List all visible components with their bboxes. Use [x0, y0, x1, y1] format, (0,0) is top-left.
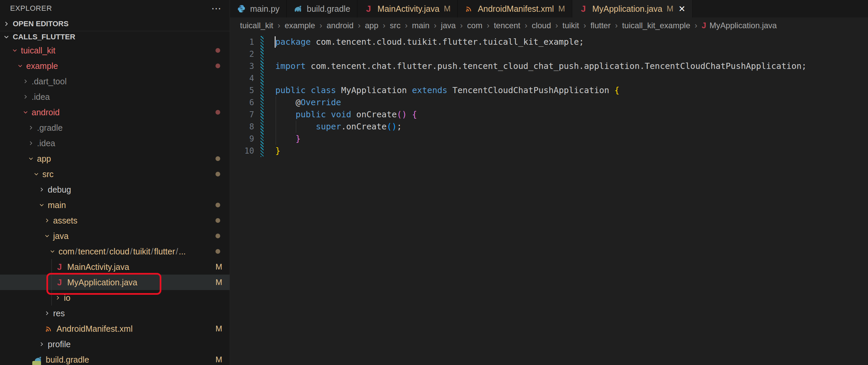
tab-AndroidManifest.xml[interactable]: AndroidManifest.xmlM [458, 0, 572, 18]
chevron-right-icon[interactable] [28, 140, 34, 147]
section-open-editors[interactable]: OPEN EDITORS [0, 17, 229, 31]
tab-MyApplication.java[interactable]: JMyApplication.javaM✕ [572, 0, 692, 18]
decoration-dot [216, 249, 220, 254]
xml-icon [464, 4, 473, 13]
code-token: import [275, 61, 306, 71]
modified-badge: M [216, 259, 222, 275]
tree-item-io[interactable]: io [0, 290, 229, 305]
tree-item-.gradle[interactable]: .gradle [0, 120, 229, 135]
code-line[interactable]: 1package com.tencent.cloud.tuikit.flutte… [230, 36, 868, 48]
close-icon[interactable]: ✕ [678, 4, 685, 14]
tab-label: build.gradle [307, 4, 350, 14]
code-line[interactable]: 8 super.onCreate(); [230, 121, 868, 133]
chevron-down-icon[interactable] [49, 248, 56, 255]
code-line[interactable]: 2 [230, 48, 868, 60]
path-separator: / [175, 247, 179, 256]
tree-item-src[interactable]: src [0, 166, 229, 182]
tab-build.gradle[interactable]: build.gradle [287, 0, 358, 18]
code-token: } [296, 134, 301, 144]
breadcrumb-item[interactable]: tuicall_kit [240, 21, 273, 30]
tree-item-.idea[interactable]: .idea [0, 135, 229, 151]
code-line[interactable]: 6 @Override [230, 96, 868, 109]
code-line-text[interactable]: @Override [275, 96, 341, 109]
breadcrumb-item[interactable]: android [327, 21, 353, 30]
breadcrumb-separator: › [460, 21, 463, 30]
code-line-text[interactable]: } [275, 133, 301, 145]
tree-item-label: tuicall_kit [21, 43, 56, 58]
tree-item-example[interactable]: example [0, 58, 229, 73]
code-line-text[interactable]: super.onCreate(); [275, 121, 402, 133]
chevron-down-icon[interactable] [17, 62, 24, 69]
line-number: 10 [230, 145, 254, 157]
code-line[interactable]: 5public class MyApplication extends Tenc… [230, 84, 868, 96]
more-actions-icon[interactable]: ⋯ [211, 5, 221, 12]
chevron-down-icon[interactable] [38, 202, 45, 208]
chevron-right-icon[interactable] [44, 217, 51, 224]
breadcrumb: tuicall_kit›example›android›app›src›main… [230, 18, 868, 34]
tree-item-tuicall_kit[interactable]: tuicall_kit [0, 43, 229, 58]
code-line[interactable]: 7 public void onCreate() { [230, 109, 868, 121]
chevron-down-icon[interactable] [22, 109, 29, 116]
tree-item-main[interactable]: main [0, 197, 229, 213]
tab-main.py[interactable]: main.py [230, 0, 287, 18]
breadcrumb-item[interactable]: cloud [532, 21, 551, 30]
breadcrumb-item[interactable]: example [285, 21, 315, 30]
line-number: 6 [230, 96, 254, 109]
chevron-down-icon[interactable] [28, 155, 34, 162]
breadcrumb-file[interactable]: JMyApplication.java [702, 21, 777, 30]
tree-item-MyApplication.java[interactable]: JMyApplication.javaM [0, 275, 229, 290]
breadcrumb-item[interactable]: com [467, 21, 483, 30]
code-line-text[interactable]: public void onCreate() { [275, 109, 417, 121]
tree-item-profile[interactable]: profile [0, 336, 229, 352]
tree-item-AndroidManifest.xml[interactable]: AndroidManifest.xmlM [0, 321, 229, 336]
line-number: 9 [230, 133, 254, 145]
code-line-text[interactable]: public class MyApplication extends Tence… [275, 84, 620, 96]
code-line[interactable]: 9 } [230, 133, 868, 145]
tree-item-com-tencent-cloud-tuikit-flutter-...[interactable]: com/tencent/cloud/tuikit/flutter/... [0, 244, 229, 259]
chevron-right-icon[interactable] [55, 295, 61, 301]
tree-item-label: debug [48, 182, 71, 197]
breadcrumb-item[interactable]: flutter [590, 21, 611, 30]
breadcrumb-item[interactable]: java [441, 21, 456, 30]
tree-item-.idea[interactable]: .idea [0, 89, 229, 104]
breadcrumb-item[interactable]: app [365, 21, 378, 30]
chevron-down-icon[interactable] [33, 171, 40, 178]
line-number: 8 [230, 121, 254, 133]
breadcrumb-separator: › [487, 21, 490, 30]
chevron-down-icon[interactable] [11, 47, 18, 54]
chevron-down-icon[interactable] [44, 233, 51, 239]
tree-item-label: .gradle [37, 120, 63, 135]
code-token: public [296, 110, 326, 119]
tree-item-res[interactable]: res [0, 305, 229, 321]
chevron-right-icon[interactable] [22, 93, 29, 100]
chevron-right-icon[interactable] [38, 341, 45, 347]
code-line-text[interactable]: package com.tencent.cloud.tuikit.flutter… [275, 36, 584, 48]
code-line[interactable]: 4 [230, 72, 868, 84]
tree-item-debug[interactable]: debug [0, 182, 229, 197]
tree-item-MainActivity.java[interactable]: JMainActivity.javaM [0, 259, 229, 275]
code-line[interactable]: 10} [230, 145, 868, 157]
tree-item-android[interactable]: android [0, 104, 229, 120]
tree-item-label: java [53, 228, 69, 244]
tree-item-app[interactable]: app [0, 151, 229, 166]
path-segment: tuikit [133, 247, 150, 256]
breadcrumb-item[interactable]: tuicall_kit_example [622, 21, 690, 30]
tree-item-assets[interactable]: assets [0, 213, 229, 228]
tree-item-.dart_tool[interactable]: .dart_tool [0, 73, 229, 89]
chevron-right-icon[interactable] [22, 78, 29, 85]
breadcrumb-item[interactable]: main [412, 21, 430, 30]
code-line-text[interactable]: } [275, 145, 280, 157]
chevron-right-icon[interactable] [38, 186, 45, 193]
chevron-right-icon[interactable] [28, 124, 34, 131]
chevron-right-icon[interactable] [44, 310, 51, 316]
code-token: void [331, 110, 351, 119]
breadcrumb-item[interactable]: tencent [494, 21, 520, 30]
breadcrumb-item[interactable]: src [390, 21, 401, 30]
section-workspace[interactable]: CALLS_FLUTTER [0, 31, 229, 43]
tree-item-java[interactable]: java [0, 228, 229, 244]
code-line[interactable]: 3import com.tencent.chat.flutter.push.te… [230, 60, 868, 72]
tab-MainActivity.java[interactable]: JMainActivity.javaM [358, 0, 458, 18]
code-line-text[interactable]: import com.tencent.chat.flutter.push.ten… [275, 60, 806, 72]
code-editor[interactable]: 1package com.tencent.cloud.tuikit.flutte… [230, 34, 868, 365]
breadcrumb-item[interactable]: tuikit [562, 21, 579, 30]
